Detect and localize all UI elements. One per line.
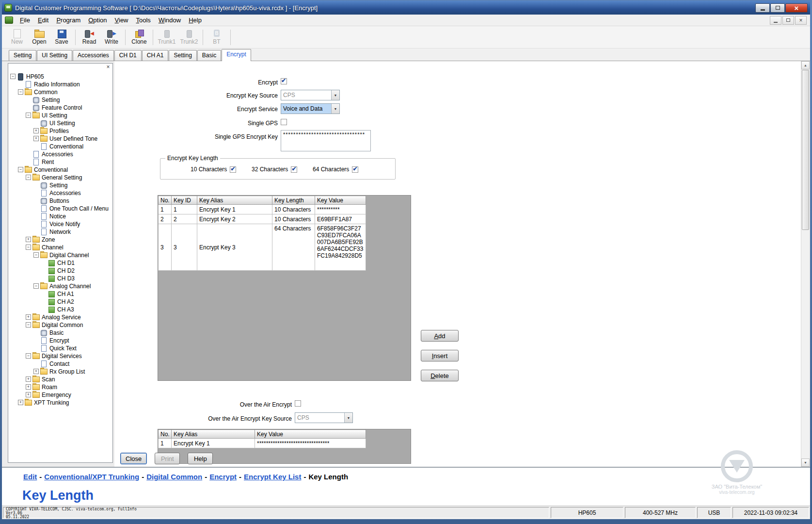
tree-item-network[interactable]: Network	[9, 228, 110, 235]
table-cell[interactable]: 1	[172, 205, 197, 214]
tree-item-encrypt[interactable]: Encrypt	[9, 336, 110, 344]
table-cell[interactable]: 6F858F96C3F27C93ED7FCA06A007DA6B5FE92B6A…	[315, 224, 366, 271]
tree-item-scan[interactable]: +Scan	[9, 375, 110, 383]
collapse-icon[interactable]: −	[18, 89, 23, 95]
table-cell[interactable]: 1	[159, 439, 172, 448]
table-cell[interactable]: 1	[159, 205, 172, 214]
table-cell[interactable]: 10 Characters	[272, 205, 315, 214]
encrypt-checkbox[interactable]	[281, 78, 287, 84]
table-cell[interactable]: 3	[172, 224, 197, 271]
column-header-key-value[interactable]: Key Value	[315, 196, 366, 205]
menu-program[interactable]: Program	[52, 15, 84, 25]
tree-item-feature-control[interactable]: Feature Control	[9, 103, 110, 111]
column-header-key-alias[interactable]: Key Alias	[197, 196, 272, 205]
column-header-key-alias[interactable]: Key Alias	[172, 430, 255, 439]
expand-icon[interactable]: +	[33, 136, 39, 141]
column-header-key-id[interactable]: Key ID	[172, 196, 197, 205]
tree-item-rent[interactable]: Rent	[9, 158, 110, 165]
tree-panel-close-icon[interactable]: ×	[105, 64, 111, 70]
tab-ch-d1[interactable]: CH D1	[114, 50, 142, 61]
collapse-icon[interactable]: −	[26, 245, 31, 250]
tree-item-ui-setting[interactable]: −UI Setting	[9, 111, 110, 119]
breadcrumb-link-edit[interactable]: Edit	[23, 473, 37, 481]
tree-item-general-setting[interactable]: −General Setting	[9, 173, 110, 181]
table-cell[interactable]: 10 Characters	[272, 214, 315, 224]
collapse-icon[interactable]: −	[18, 167, 23, 172]
tab-encrypt[interactable]: Encrypt	[222, 49, 251, 61]
encrypt-service-select[interactable]: Voice and Data ▼	[281, 103, 340, 114]
tree-item-ui-setting[interactable]: UI Setting	[9, 119, 110, 127]
scroll-down-icon[interactable]: ▼	[801, 458, 810, 467]
tree-item-ch-d2[interactable]: CH D2	[9, 266, 110, 274]
scroll-up-icon[interactable]: ▲	[801, 61, 810, 69]
10-characters-checkbox[interactable]	[230, 166, 236, 173]
ota-key-source-select[interactable]: CPS ▼	[295, 412, 353, 423]
table-cell[interactable]: E69BFF1A87	[315, 214, 366, 224]
tab-ui-setting[interactable]: UI Setting	[37, 50, 72, 61]
maximize-button[interactable]	[770, 3, 785, 13]
column-header-no[interactable]: No.	[159, 430, 172, 439]
scrollbar-thumb[interactable]	[802, 70, 809, 230]
64-characters-checkbox[interactable]	[352, 166, 358, 173]
tree-item-conventional[interactable]: −Conventional	[9, 165, 110, 173]
add-button[interactable]: Add	[421, 330, 459, 342]
minimize-button[interactable]	[755, 3, 770, 13]
tree-item-one-touch-call-menu[interactable]: One Touch Call / Menu	[9, 204, 110, 212]
expand-icon[interactable]: +	[33, 369, 39, 374]
tree-item-conventional[interactable]: Conventional	[9, 142, 110, 150]
close-button[interactable]: Close	[120, 453, 147, 464]
tree-item-common[interactable]: −Common	[9, 88, 110, 96]
menu-view[interactable]: View	[111, 15, 132, 25]
insert-button[interactable]: Insert	[421, 350, 459, 361]
tree-item-analog-service[interactable]: +Analog Service	[9, 313, 110, 321]
collapse-icon[interactable]: −	[33, 283, 39, 289]
expand-icon[interactable]: +	[18, 400, 23, 405]
tab-accessories[interactable]: Accessories	[73, 50, 114, 61]
menu-window[interactable]: Window	[155, 15, 185, 25]
expand-icon[interactable]: +	[26, 384, 31, 390]
tree-item-radio-information[interactable]: Radio Information	[9, 80, 110, 88]
tree-item-user-defined-tone[interactable]: +User Defined Tone	[9, 134, 110, 142]
table-cell[interactable]: Encrypt Key 2	[197, 214, 272, 224]
tree-item-accessories[interactable]: Accessories	[9, 189, 110, 196]
expand-icon[interactable]: +	[26, 314, 31, 320]
tree-item-quick-text[interactable]: Quick Text	[9, 344, 110, 352]
read-button[interactable]: Read	[78, 27, 100, 48]
tree-item-rx-group-list[interactable]: +Rx Group List	[9, 367, 110, 375]
table-row[interactable]: 22Encrypt Key 210 CharactersE69BFF1A87	[159, 214, 366, 224]
collapse-icon[interactable]: −	[33, 252, 39, 258]
32-characters-checkbox[interactable]	[291, 166, 297, 173]
open-button[interactable]: Open	[28, 27, 50, 48]
tree-item-analog-channel[interactable]: −Analog Channel	[9, 282, 110, 290]
table-row[interactable]: 11Encrypt Key 110 Characters**********	[159, 205, 366, 214]
tree-item-ch-d1[interactable]: CH D1	[9, 259, 110, 266]
menu-help[interactable]: Help	[185, 15, 206, 25]
table-cell[interactable]: 2	[172, 214, 197, 224]
clone-button[interactable]: Clone	[128, 27, 150, 48]
tab-basic[interactable]: Basic	[197, 50, 221, 61]
tree-item-setting[interactable]: Setting	[9, 96, 110, 103]
collapse-icon[interactable]: −	[26, 113, 31, 118]
vertical-scrollbar[interactable]: ▲ ▼	[801, 61, 809, 467]
menu-tools[interactable]: Tools	[132, 15, 155, 25]
save-button[interactable]: Save	[50, 27, 73, 48]
tree-item-ch-a3[interactable]: CH A3	[9, 305, 110, 313]
tree-item-hp605[interactable]: −HP605	[9, 72, 110, 80]
collapse-icon[interactable]: −	[10, 74, 16, 79]
tree-item-ch-a1[interactable]: CH A1	[9, 290, 110, 297]
tree-item-profiles[interactable]: +Profiles	[9, 127, 110, 134]
close-button[interactable]: ×	[785, 3, 808, 13]
ota-encrypt-checkbox[interactable]	[295, 400, 301, 407]
table-cell[interactable]: 3	[159, 224, 172, 271]
collapse-icon[interactable]: −	[26, 322, 31, 328]
expand-icon[interactable]: +	[33, 128, 39, 133]
table-cell[interactable]: 2	[159, 214, 172, 224]
mdi-close-button[interactable]: ×	[795, 16, 807, 25]
breadcrumb-link-conventional-xpt-trunking[interactable]: Conventional/XPT Trunking	[44, 473, 139, 481]
menu-option[interactable]: Option	[84, 15, 111, 25]
help-button[interactable]: Help	[188, 453, 213, 464]
expand-icon[interactable]: +	[26, 237, 31, 242]
table-cell[interactable]: 64 Characters	[272, 224, 315, 271]
tree-item-roam[interactable]: +Roam	[9, 383, 110, 391]
tree-item-buttons[interactable]: Buttons	[9, 196, 110, 204]
